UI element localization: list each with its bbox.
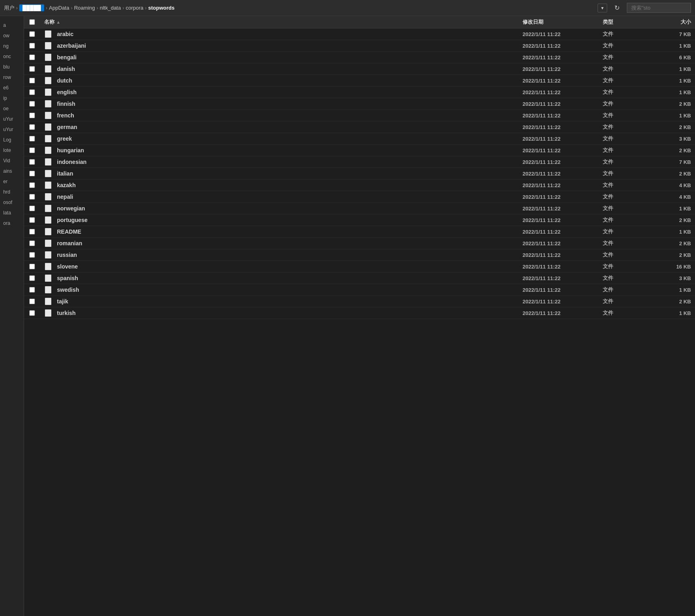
table-row[interactable]: german 2022/1/11 11:22 文件 2 KB (24, 121, 695, 133)
row-checkbox-14[interactable] (29, 194, 35, 200)
row-checkbox-5[interactable] (29, 89, 35, 95)
row-checkbox-17[interactable] (29, 229, 35, 234)
file-icon (44, 158, 52, 166)
sidebar-item[interactable]: lata (0, 208, 24, 218)
row-checkbox-20[interactable] (29, 264, 35, 269)
table-row[interactable]: indonesian 2022/1/11 11:22 文件 7 KB (24, 156, 695, 168)
table-row[interactable]: french 2022/1/11 11:22 文件 1 KB (24, 110, 695, 121)
sidebar-item[interactable]: ng (0, 41, 24, 51)
row-checkbox-16[interactable] (29, 217, 35, 223)
file-size-cell: 2 KB (647, 299, 695, 305)
row-checkbox-19[interactable] (29, 252, 35, 258)
file-name-label: swedish (57, 287, 79, 293)
breadcrumb-nltkdata[interactable]: nltk_data (100, 5, 121, 11)
table-row[interactable]: russian 2022/1/11 11:22 文件 2 KB (24, 249, 695, 261)
table-row[interactable]: slovene 2022/1/11 11:22 文件 16 KB (24, 261, 695, 273)
file-icon (44, 309, 52, 317)
table-row[interactable]: nepali 2022/1/11 11:22 文件 4 KB (24, 191, 695, 203)
sidebar-item[interactable]: osof (0, 197, 24, 208)
table-row[interactable]: bengali 2022/1/11 11:22 文件 6 KB (24, 52, 695, 63)
breadcrumb-user[interactable]: █████ (19, 4, 44, 11)
sidebar-item[interactable]: ora (0, 218, 24, 228)
table-row[interactable]: azerbaijani 2022/1/11 11:22 文件 1 KB (24, 40, 695, 52)
breadcrumb-users[interactable]: 用户 (4, 4, 14, 12)
sidebar-item[interactable]: lote (0, 145, 24, 156)
table-row[interactable]: arabic 2022/1/11 11:22 文件 7 KB (24, 28, 695, 40)
file-type-cell: 文件 (599, 158, 647, 166)
row-checkbox-9[interactable] (29, 136, 35, 141)
sidebar-item[interactable]: onc (0, 51, 24, 62)
table-row[interactable]: romanian 2022/1/11 11:22 文件 2 KB (24, 238, 695, 249)
row-checkbox-6[interactable] (29, 101, 35, 107)
row-checkbox-23[interactable] (29, 299, 35, 304)
header-name[interactable]: 名称 ▲ (40, 18, 519, 26)
file-name-label: README (57, 228, 81, 235)
search-input[interactable] (627, 3, 691, 13)
table-row[interactable]: swedish 2022/1/11 11:22 文件 1 KB (24, 284, 695, 296)
breadcrumb-dropdown-button[interactable]: ▾ (598, 4, 607, 12)
row-checkbox-24[interactable] (29, 310, 35, 316)
sidebar-item[interactable]: e6 (0, 83, 24, 93)
row-checkbox-10[interactable] (29, 147, 35, 153)
sidebar-item[interactable]: Vid (0, 156, 24, 166)
file-icon (44, 111, 52, 119)
file-icon (44, 65, 52, 73)
table-row[interactable]: portuguese 2022/1/11 11:22 文件 2 KB (24, 214, 695, 226)
table-row[interactable]: finnish 2022/1/11 11:22 文件 2 KB (24, 98, 695, 110)
table-row[interactable]: hungarian 2022/1/11 11:22 文件 2 KB (24, 145, 695, 156)
table-row[interactable]: italian 2022/1/11 11:22 文件 2 KB (24, 168, 695, 180)
table-row[interactable]: spanish 2022/1/11 11:22 文件 3 KB (24, 273, 695, 284)
select-all-checkbox[interactable] (29, 19, 35, 25)
sidebar-item[interactable]: ow (0, 30, 24, 41)
breadcrumb-corpora[interactable]: corpora (126, 5, 143, 11)
table-row[interactable]: tajik 2022/1/11 11:22 文件 2 KB (24, 296, 695, 307)
row-checkbox-15[interactable] (29, 206, 35, 211)
table-row[interactable]: greek 2022/1/11 11:22 文件 3 KB (24, 133, 695, 145)
sidebar-item[interactable]: a (0, 20, 24, 30)
sidebar-item[interactable]: hrd (0, 187, 24, 197)
file-name-label: dutch (57, 77, 72, 84)
row-checkbox-3[interactable] (29, 66, 35, 72)
sidebar-item[interactable]: uYur (0, 114, 24, 124)
breadcrumb-stopwords[interactable]: stopwords (148, 5, 175, 11)
row-checkbox-21[interactable] (29, 275, 35, 281)
table-row[interactable]: danish 2022/1/11 11:22 文件 1 KB (24, 63, 695, 75)
sidebar-item[interactable]: oe (0, 103, 24, 114)
sidebar-item[interactable]: Log (0, 135, 24, 145)
row-checkbox-13[interactable] (29, 182, 35, 188)
row-checkbox-18[interactable] (29, 240, 35, 246)
table-row[interactable]: norwegian 2022/1/11 11:22 文件 1 KB (24, 203, 695, 214)
row-checkbox-1[interactable] (29, 43, 35, 48)
breadcrumb-roaming[interactable]: Roaming (74, 5, 95, 11)
refresh-button[interactable]: ↻ (611, 2, 623, 13)
file-icon-img (45, 158, 51, 166)
row-checkbox-11[interactable] (29, 159, 35, 165)
table-row[interactable]: README 2022/1/11 11:22 文件 1 KB (24, 226, 695, 238)
row-checkbox-0[interactable] (29, 31, 35, 37)
row-checkbox-8[interactable] (29, 124, 35, 130)
header-size[interactable]: 大小 (647, 18, 695, 26)
file-name-label: portuguese (57, 217, 87, 223)
row-checkbox-4[interactable] (29, 78, 35, 83)
header-type[interactable]: 类型 (599, 18, 647, 26)
sidebar-item[interactable]: ip (0, 93, 24, 103)
row-checkbox-12[interactable] (29, 171, 35, 176)
sidebar-item[interactable]: row (0, 72, 24, 83)
table-row[interactable]: dutch 2022/1/11 11:22 文件 1 KB (24, 75, 695, 87)
table-row[interactable]: kazakh 2022/1/11 11:22 文件 4 KB (24, 180, 695, 191)
header-date[interactable]: 修改日期 (519, 18, 599, 26)
row-checkbox-7[interactable] (29, 113, 35, 118)
breadcrumb-appdata[interactable]: AppData (49, 5, 69, 11)
file-date-cell: 2022/1/11 11:22 (519, 310, 599, 316)
file-name-label: italian (57, 170, 73, 177)
sidebar-item[interactable]: er (0, 176, 24, 187)
sidebar-item[interactable]: ains (0, 166, 24, 176)
row-checkbox-22[interactable] (29, 287, 35, 293)
row-checkbox-2[interactable] (29, 55, 35, 60)
row-checkbox-col (24, 124, 40, 130)
file-name-cell: finnish (40, 100, 519, 108)
table-row[interactable]: turkish 2022/1/11 11:22 文件 1 KB (24, 307, 695, 319)
sidebar-item[interactable]: uYur (0, 124, 24, 135)
table-row[interactable]: english 2022/1/11 11:22 文件 1 KB (24, 87, 695, 98)
sidebar-item[interactable]: blu (0, 62, 24, 72)
